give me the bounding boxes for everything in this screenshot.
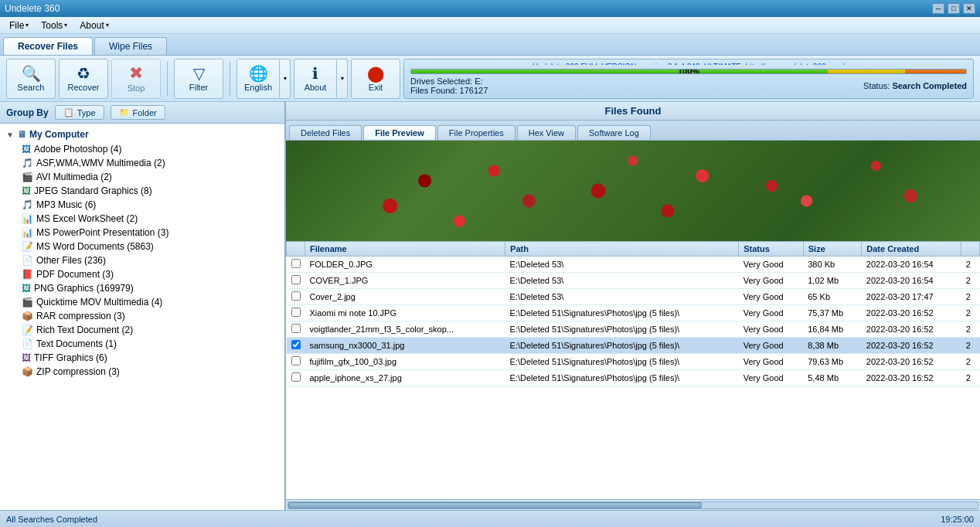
group-folder-button[interactable]: 📁 Folder [111, 105, 165, 120]
minimize-button[interactable]: ─ [932, 3, 944, 14]
menu-file[interactable]: File ▾ [3, 19, 35, 32]
menu-tools[interactable]: Tools ▾ [35, 19, 73, 32]
cell-status-2: Very Good [739, 289, 804, 305]
cell-status-0: Very Good [739, 257, 804, 273]
horizontal-scrollbar[interactable] [286, 499, 980, 510]
tree-item-9[interactable]: 📕 PDF Document (3) [0, 267, 284, 281]
search-button[interactable]: 🔍 Search [6, 59, 56, 99]
progress-bar: 100% [410, 69, 967, 73]
tab-hex-view[interactable]: Hex View [517, 125, 576, 140]
tree-item-15[interactable]: 🖼 TIFF Graphics (6) [0, 351, 284, 365]
tree-item-8[interactable]: 📄 Other Files (236) [0, 253, 284, 267]
tree-item-14[interactable]: 📄 Text Documents (1) [0, 337, 284, 351]
col-filename[interactable]: Filename [305, 242, 505, 257]
cell-filename-0: FOLDER_0.JPG [305, 257, 505, 273]
tree-item-5[interactable]: 📊 MS Excel WorkSheet (2) [0, 212, 284, 226]
cell-date-2: 2022-03-20 17:47 [862, 289, 961, 305]
cell-extra-7: 2 [961, 370, 980, 386]
expand-icon: ▼ [6, 131, 14, 139]
cell-size-0: 380 Kb [803, 257, 862, 273]
stop-button[interactable]: ✖ Stop [111, 59, 161, 99]
item-icon-13: 📝 [22, 325, 33, 335]
tab-file-preview[interactable]: File Preview [363, 125, 436, 140]
tree-item-0[interactable]: 🖼 Adobe Photoshop (4) [0, 142, 284, 156]
row-checkbox-6[interactable] [291, 356, 301, 366]
progress-green [411, 70, 828, 73]
toolbar-divider-2 [230, 62, 230, 96]
exit-button[interactable]: ⬤ Exit [351, 59, 400, 99]
close-button[interactable]: ✕ [963, 3, 975, 14]
tab-deleted-files[interactable]: Deleted Files [289, 125, 362, 140]
scrollbar-thumb[interactable] [288, 502, 702, 508]
tree-item-6[interactable]: 📊 MS PowerPoint Presentation (3) [0, 226, 284, 240]
col-status[interactable]: Status [739, 242, 804, 257]
tree-item-10[interactable]: 🖼 PNG Graphics (169979) [0, 281, 284, 295]
recover-button[interactable]: ♻ Recover [59, 59, 108, 99]
title-bar-title: Undelete 360 [5, 3, 60, 14]
cell-extra-1: 2 [961, 273, 980, 289]
language-button[interactable]: 🌐 English [236, 59, 280, 99]
row-checkbox-2[interactable] [291, 291, 301, 301]
main-tab-bar: Recover Files Wipe Files [0, 34, 980, 56]
tree-item-13[interactable]: 📝 Rich Text Document (2) [0, 323, 284, 337]
maximize-button[interactable]: □ [948, 3, 960, 14]
col-date[interactable]: Date Created [862, 242, 961, 257]
table-row: samsung_nx3000_31.jpgE:\Deleted 51\Signa… [287, 338, 980, 354]
scrollbar-track[interactable] [288, 502, 978, 509]
tree-item-2[interactable]: 🎬 AVI Multimedia (2) [0, 170, 284, 184]
row-checkbox-1[interactable] [291, 275, 301, 284]
cell-path-3: E:\Deleted 51\Signatures\Photos\jpg (5 f… [505, 305, 739, 321]
menu-file-arrow: ▾ [26, 22, 29, 29]
table-row: voigtlander_21mm_f3_5_color_skop...E:\De… [287, 321, 980, 338]
row-checkbox-3[interactable] [291, 308, 301, 317]
tab-file-properties[interactable]: File Properties [437, 125, 516, 140]
cell-status-6: Very Good [739, 354, 804, 370]
cell-size-7: 5,48 Mb [803, 370, 862, 386]
file-table-container[interactable]: Filename Path Status Size Date Created F… [286, 241, 980, 499]
cell-status-3: Very Good [739, 305, 804, 321]
tree-item-16[interactable]: 📦 ZIP compression (3) [0, 365, 284, 379]
cell-status-5: Very Good [739, 338, 804, 354]
cell-filename-4: voigtlander_21mm_f3_5_color_skop... [305, 321, 505, 338]
item-icon-9: 📕 [22, 269, 33, 280]
item-icon-8: 📄 [22, 255, 33, 266]
tab-recover-files[interactable]: Recover Files [3, 37, 93, 55]
filter-button[interactable]: ▽ Filter [174, 59, 223, 99]
cell-path-7: E:\Deleted 51\Signatures\Photos\jpg (5 f… [505, 370, 739, 386]
cell-date-7: 2022-03-20 16:52 [862, 370, 961, 386]
row-checkbox-4[interactable] [291, 324, 301, 333]
cell-path-5: E:\Deleted 51\Signatures\Photos\jpg (5 f… [505, 338, 739, 354]
tree-item-12[interactable]: 📦 RAR compression (3) [0, 309, 284, 323]
about-dropdown-arrow[interactable]: ▾ [337, 59, 348, 99]
file-tabs: Deleted Files File Preview File Properti… [286, 121, 980, 141]
tree-item-7[interactable]: 📝 MS Word Documents (5863) [0, 240, 284, 253]
table-row: Xiaomi mi note 10.JPGE:\Deleted 51\Signa… [287, 305, 980, 321]
tree-item-1[interactable]: 🎵 ASF,WMA,WMV Multimedia (2) [0, 156, 284, 170]
status-info: Drives Selected: E: Files Found: 176127 … [410, 76, 967, 95]
cell-size-3: 75,37 Mb [803, 305, 862, 321]
col-size[interactable]: Size [803, 242, 862, 257]
cell-filename-1: COVER_1.JPG [305, 273, 505, 289]
progress-yellow [828, 70, 906, 73]
tree-item-3[interactable]: 🖼 JPEG Standard Graphics (8) [0, 184, 284, 198]
file-table-body: FOLDER_0.JPGE:\Deleted 53\Very Good380 K… [287, 257, 980, 386]
tab-wipe-files[interactable]: Wipe Files [94, 37, 167, 55]
row-checkbox-0[interactable] [291, 259, 301, 268]
group-type-button[interactable]: 📋 Type [55, 105, 104, 120]
tree-item-11[interactable]: 🎬 Quicktime MOV Multimedia (4) [0, 295, 284, 309]
about-button[interactable]: ℹ About [294, 59, 337, 99]
tree-content: ▼ 🖥 My Computer 🖼 Adobe Photoshop (4) 🎵 … [0, 124, 284, 382]
tree-item-4[interactable]: 🎵 MP3 Music (6) [0, 198, 284, 212]
col-path[interactable]: Path [505, 242, 739, 257]
tree-root-my-computer[interactable]: ▼ 🖥 My Computer [0, 127, 284, 142]
language-icon: 🌐 [249, 66, 268, 81]
menu-about[interactable]: About ▾ [73, 19, 114, 32]
status-left: Drives Selected: E: Files Found: 176127 [410, 76, 488, 95]
table-row: FOLDER_0.JPGE:\Deleted 53\Very Good380 K… [287, 257, 980, 273]
row-checkbox-5[interactable] [291, 340, 301, 349]
tab-software-log[interactable]: Software Log [577, 125, 651, 140]
row-checkbox-7[interactable] [291, 372, 301, 382]
cell-size-6: 79,63 Mb [803, 354, 862, 370]
language-dropdown-arrow[interactable]: ▾ [280, 59, 291, 99]
app-link[interactable]: Undelete 360 FULL VERSION, version 3.1.4… [410, 63, 967, 66]
